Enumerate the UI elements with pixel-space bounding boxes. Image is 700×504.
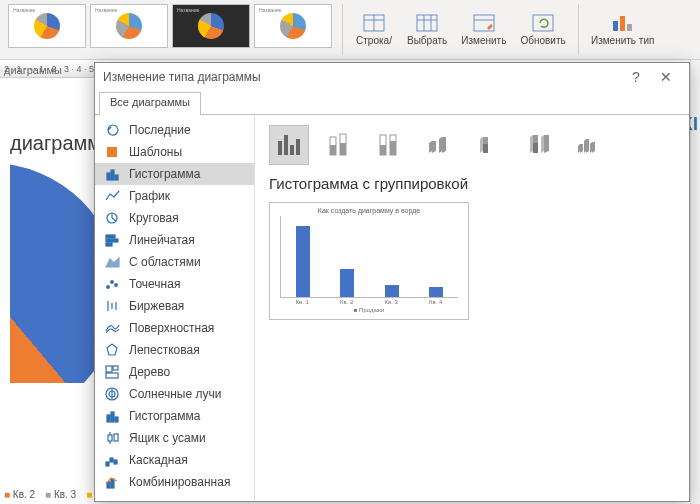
dialog-tabstrip: Все диаграммы — [95, 91, 689, 115]
preview-xlabel: Кв. 4 — [429, 299, 442, 305]
svg-rect-39 — [114, 434, 118, 441]
svg-rect-35 — [115, 417, 118, 422]
chart-style-gallery[interactable]: Название Название Название Название — [0, 0, 340, 59]
svg-rect-41 — [110, 458, 113, 462]
svg-rect-54 — [380, 145, 386, 155]
style-thumb[interactable]: Название — [90, 4, 168, 48]
type-label: Точечная — [129, 277, 180, 291]
subtype-3d-column[interactable] — [569, 125, 609, 165]
chart-type-detail: Гистограмма с группировкой Как создать д… — [255, 115, 689, 501]
button-label: Изменить тип — [591, 35, 654, 46]
preview-plot — [280, 216, 458, 298]
chart-type-item[interactable]: Гистограмма — [95, 405, 254, 427]
svg-rect-13 — [107, 147, 117, 157]
subtype-stacked-column[interactable] — [319, 125, 359, 165]
chart-type-item[interactable]: График — [95, 185, 254, 207]
preview-bar — [340, 269, 354, 297]
type-icon — [105, 123, 121, 137]
preview-xlabel: Кв. 3 — [385, 299, 398, 305]
svg-rect-12 — [627, 24, 632, 31]
svg-rect-7 — [474, 15, 494, 31]
type-label: Лепестковая — [129, 343, 200, 357]
chart-type-item[interactable]: Лепестковая — [95, 339, 254, 361]
svg-rect-3 — [417, 15, 437, 31]
preview-xlabel: Кв. 1 — [296, 299, 309, 305]
button-label: Выбрать — [407, 35, 447, 46]
change-chart-type-button[interactable]: Изменить тип — [587, 3, 659, 57]
type-icon — [105, 387, 121, 401]
refresh-data-button[interactable]: Обновить — [516, 3, 569, 57]
style-thumb[interactable]: Название — [254, 4, 332, 48]
chart-type-item[interactable]: Поверхностная — [95, 317, 254, 339]
legend-item: Кв. 2 — [4, 489, 35, 500]
switch-row-col-button[interactable]: Строка/ — [351, 3, 397, 57]
chart-type-item[interactable]: Дерево — [95, 361, 254, 383]
subtype-clustered-column[interactable] — [269, 125, 309, 165]
svg-point-22 — [111, 281, 114, 284]
button-label: Строка/ — [356, 35, 392, 46]
type-label: Комбинированная — [129, 475, 230, 489]
type-icon — [105, 409, 121, 423]
tab-all-charts[interactable]: Все диаграммы — [99, 92, 201, 115]
svg-rect-58 — [533, 143, 538, 153]
chart-type-item[interactable]: Шаблоны — [95, 141, 254, 163]
chart-preview[interactable]: Как создать диаграмму в ворде Кв. 1Кв. 2… — [269, 202, 469, 320]
svg-rect-34 — [111, 412, 114, 422]
button-label: Изменить — [461, 35, 506, 46]
dialog-title: Изменение типа диаграммы — [103, 70, 261, 84]
svg-rect-10 — [613, 21, 618, 31]
chart-type-list: ПоследниеШаблоныГистограммаГрафикКругова… — [95, 115, 255, 501]
type-label: Гистограмма — [129, 409, 200, 423]
chart-type-item[interactable]: Линейчатая — [95, 229, 254, 251]
preview-bar — [385, 285, 399, 297]
type-icon — [105, 343, 121, 357]
chart-type-item[interactable]: Гистограмма — [95, 163, 254, 185]
type-label: Ящик с усами — [129, 431, 206, 445]
subtype-3d-100-stacked[interactable] — [519, 125, 559, 165]
type-label: Гистограмма — [129, 167, 200, 181]
chart-type-item[interactable]: Солнечные лучи — [95, 383, 254, 405]
svg-rect-18 — [106, 235, 115, 238]
svg-rect-15 — [111, 170, 114, 180]
select-data-button[interactable]: Выбрать — [403, 3, 451, 57]
chart-type-item[interactable]: Каскадная — [95, 449, 254, 471]
help-button[interactable]: ? — [621, 69, 651, 85]
chart-type-item[interactable]: Точечная — [95, 273, 254, 295]
subtype-100-stacked-column[interactable] — [369, 125, 409, 165]
table-icon — [362, 13, 386, 33]
subtype-3d-stacked[interactable] — [469, 125, 509, 165]
bar-chart-icon — [611, 13, 635, 33]
chart-type-item[interactable]: С областями — [95, 251, 254, 273]
subtype-3d-clustered[interactable] — [419, 125, 459, 165]
type-label: Солнечные лучи — [129, 387, 221, 401]
ribbon-type-group: Изменить тип — [581, 0, 665, 59]
svg-rect-57 — [483, 144, 488, 153]
chart-type-item[interactable]: Круговая — [95, 207, 254, 229]
close-button[interactable]: ✕ — [651, 69, 681, 85]
svg-rect-42 — [114, 460, 117, 464]
preview-bar — [296, 226, 310, 297]
svg-rect-56 — [390, 141, 396, 155]
button-label: Обновить — [520, 35, 565, 46]
svg-rect-29 — [106, 373, 118, 378]
svg-rect-48 — [296, 139, 300, 155]
type-label: Поверхностная — [129, 321, 214, 335]
chart-type-item[interactable]: Ящик с усами — [95, 427, 254, 449]
edit-data-button[interactable]: Изменить — [457, 3, 510, 57]
style-thumb[interactable]: Название — [8, 4, 86, 48]
svg-rect-45 — [278, 141, 282, 155]
svg-rect-44 — [111, 479, 114, 488]
chart-type-item[interactable]: Комбинированная — [95, 471, 254, 493]
chart-type-item[interactable]: Последние — [95, 119, 254, 141]
type-label: Круговая — [129, 211, 179, 225]
subtype-row — [269, 125, 675, 165]
preview-legend: ■ Продажи — [274, 307, 464, 313]
style-thumb[interactable]: Название — [172, 4, 250, 48]
type-icon — [105, 211, 121, 225]
svg-rect-46 — [284, 135, 288, 155]
chart-type-item[interactable]: Биржевая — [95, 295, 254, 317]
type-label: Дерево — [129, 365, 170, 379]
type-icon — [105, 233, 121, 247]
svg-rect-20 — [106, 243, 112, 246]
svg-rect-16 — [115, 175, 118, 180]
